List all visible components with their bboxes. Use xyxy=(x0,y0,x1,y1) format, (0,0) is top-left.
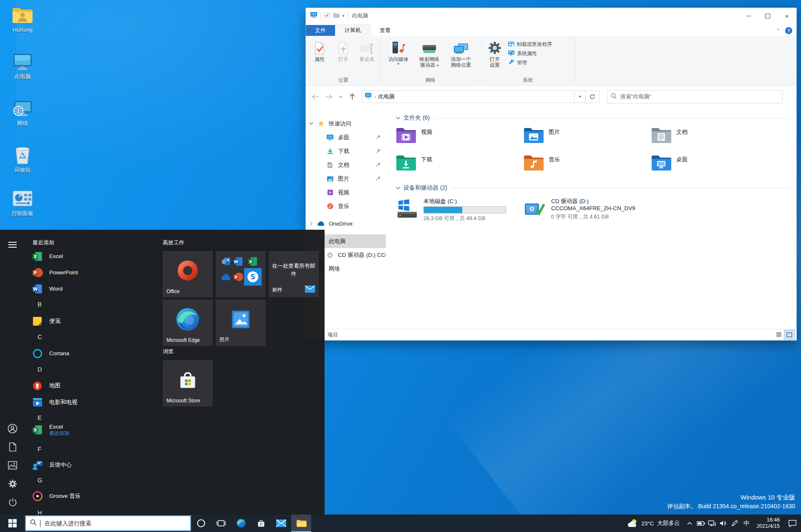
folder-item-pictures[interactable]: 图片 xyxy=(524,127,651,150)
breadcrumb[interactable]: 此电脑 xyxy=(378,93,395,100)
taskbar-search-input[interactable] xyxy=(44,519,186,527)
start-app-moviestv[interactable]: 电影和电视 xyxy=(25,395,163,410)
folder-item-documents[interactable]: 文档 xyxy=(651,127,779,150)
edge-tile[interactable]: Microsoft Edge xyxy=(163,300,213,346)
sidebar-item-quick-access[interactable]: 快速访问 xyxy=(306,117,386,130)
minimize-button[interactable] xyxy=(739,8,758,24)
address-bar[interactable]: › 此电脑 xyxy=(362,90,574,103)
breadcrumb-chevron-icon[interactable]: › xyxy=(374,94,376,99)
start-app-groove[interactable]: Groove 音乐 xyxy=(25,489,163,504)
close-button[interactable]: × xyxy=(777,8,796,24)
app-list-letter-F[interactable]: F xyxy=(25,443,163,455)
address-dropdown-caret[interactable]: ▾ xyxy=(574,90,586,103)
drives-section-header[interactable]: 设备和驱动器 (2) xyxy=(396,183,792,193)
start-app-powerpoint[interactable]: PPowerPoint xyxy=(25,265,163,280)
chevron-down-icon[interactable] xyxy=(396,117,400,120)
hamburger-menu-icon[interactable] xyxy=(3,236,23,254)
office-tile[interactable]: Office xyxy=(163,251,213,297)
minimize-ribbon-icon[interactable]: ⌃ xyxy=(776,28,780,33)
folder-item-videos[interactable]: 视频 xyxy=(396,127,524,150)
sidebar-item-desktop[interactable]: 桌面 xyxy=(306,130,386,144)
help-icon[interactable]: ? xyxy=(785,27,792,34)
store-taskbar-icon[interactable] xyxy=(251,514,271,532)
manage-button[interactable]: 管理 xyxy=(508,59,552,66)
details-view-button[interactable] xyxy=(774,330,784,339)
taskbar-search-box[interactable] xyxy=(25,515,191,531)
sidebar-item-downloads[interactable]: 下载 xyxy=(306,144,386,158)
store-tile[interactable]: Microsoft Store xyxy=(163,360,213,407)
chevron-down-icon[interactable] xyxy=(396,187,400,190)
hidden-icons-chevron[interactable] xyxy=(684,514,695,532)
desktop-icon-recycle[interactable]: 回收站 xyxy=(3,145,42,173)
settings-gear-icon[interactable] xyxy=(3,474,23,493)
sidebar-item-music[interactable]: 音乐 xyxy=(306,199,386,213)
start-app-cortana[interactable]: Cortana xyxy=(25,346,163,361)
chevron-down-icon[interactable] xyxy=(306,122,317,125)
new-folder-qat-icon[interactable] xyxy=(333,12,340,20)
properties-qat-icon[interactable] xyxy=(324,12,330,20)
sidebar-item-videos[interactable]: 视频 xyxy=(306,186,386,199)
open-settings-button[interactable]: 打开 设置 xyxy=(483,38,507,68)
desktop-icon-thispc[interactable]: 此电脑 xyxy=(3,52,42,80)
title-bar[interactable]: ▾ 此电脑 × xyxy=(306,8,796,24)
edge-taskbar-icon[interactable] xyxy=(231,514,251,532)
tab-view[interactable]: 查看 xyxy=(370,25,400,36)
access-media-button[interactable]: 访问媒体 ▾ xyxy=(384,38,413,65)
app-list-letter-C[interactable]: C xyxy=(25,331,163,343)
action-center-icon[interactable] xyxy=(783,514,801,532)
tab-computer[interactable]: 计算机 xyxy=(335,25,370,36)
desktop-icon-hurong[interactable]: HuRong xyxy=(3,5,42,33)
start-app-excel-recent[interactable]: XExcel最近添加 xyxy=(25,422,163,437)
explorer-search-input[interactable] xyxy=(620,93,779,100)
properties-button[interactable]: 属性 xyxy=(308,38,331,62)
recent-locations-caret[interactable] xyxy=(337,91,344,102)
sidebar-item-documents[interactable]: 文档 xyxy=(306,158,386,172)
rename-button[interactable]: 重命名 xyxy=(355,38,378,62)
explorer-search-box[interactable] xyxy=(607,90,783,103)
start-app-stickynotes[interactable]: 便笺 xyxy=(25,314,163,329)
documents-icon[interactable] xyxy=(3,438,23,456)
folder-item-downloads[interactable]: 下载 xyxy=(396,154,524,178)
user-account-icon[interactable] xyxy=(3,419,23,438)
volume-icon[interactable] xyxy=(718,514,729,532)
sidebar-item-onedrive[interactable]: OneDrive xyxy=(306,217,386,231)
app-list-letter-B[interactable]: B xyxy=(25,298,163,311)
start-app-excel[interactable]: XExcel xyxy=(25,249,163,264)
chevron-right-icon[interactable] xyxy=(306,221,317,226)
desktop-icon-controlpanel[interactable]: 控制面板 xyxy=(3,188,42,216)
cortana-button[interactable] xyxy=(191,514,211,532)
drive-c-item[interactable]: 本地磁盘 (C:) 26.3 GB 可用，共 49.4 GB xyxy=(396,198,524,222)
power-icon[interactable] xyxy=(3,493,23,511)
folder-item-music[interactable]: 音乐 xyxy=(524,154,651,178)
forward-button[interactable] xyxy=(323,91,334,102)
up-button[interactable] xyxy=(347,91,358,102)
start-button[interactable] xyxy=(0,514,25,532)
large-icons-view-button[interactable] xyxy=(784,330,795,340)
maximize-button[interactable] xyxy=(758,8,777,24)
refresh-button[interactable] xyxy=(586,90,599,103)
task-view-button[interactable] xyxy=(211,514,231,532)
file-explorer-taskbar-icon[interactable] xyxy=(291,514,311,532)
folder-item-desktop[interactable]: 桌面 xyxy=(651,154,779,178)
app-list-letter-D[interactable]: D xyxy=(25,363,163,376)
drive-d-item[interactable]: CD 驱动器 (D:) CCCOMA_X64FRE_ZH-CN_DV9 0 字节… xyxy=(524,198,651,222)
start-app-maps[interactable]: 地图 xyxy=(25,378,163,393)
weather-widget[interactable]: 23°C 大部多云 xyxy=(623,518,684,529)
back-button[interactable] xyxy=(310,91,321,102)
open-button[interactable]: 打开 xyxy=(332,38,355,62)
desktop-icon-network[interactable]: 网络 xyxy=(3,98,42,126)
network-icon[interactable] xyxy=(706,514,718,532)
uninstall-programs-button[interactable]: 卸载或更改程序 xyxy=(508,41,552,48)
sidebar-item-pictures[interactable]: 图片 xyxy=(306,172,386,186)
system-properties-button[interactable]: 系统属性 xyxy=(508,50,552,57)
clock[interactable]: 16:46 2021/4/15 xyxy=(753,517,783,529)
start-app-word[interactable]: WWord xyxy=(25,281,163,296)
app-list-letter-G[interactable]: G xyxy=(25,474,163,487)
battery-icon[interactable] xyxy=(695,514,706,532)
pen-icon[interactable] xyxy=(729,514,740,532)
folders-section-header[interactable]: 文件夹 (6) xyxy=(396,113,792,123)
system-menu-icon[interactable] xyxy=(310,12,317,20)
map-network-drive-button[interactable]: 映射网络 驱动器 ▾ xyxy=(414,38,445,68)
ime-indicator[interactable]: 中 xyxy=(740,514,753,532)
office-apps-tile[interactable]: W X P S xyxy=(216,251,266,297)
